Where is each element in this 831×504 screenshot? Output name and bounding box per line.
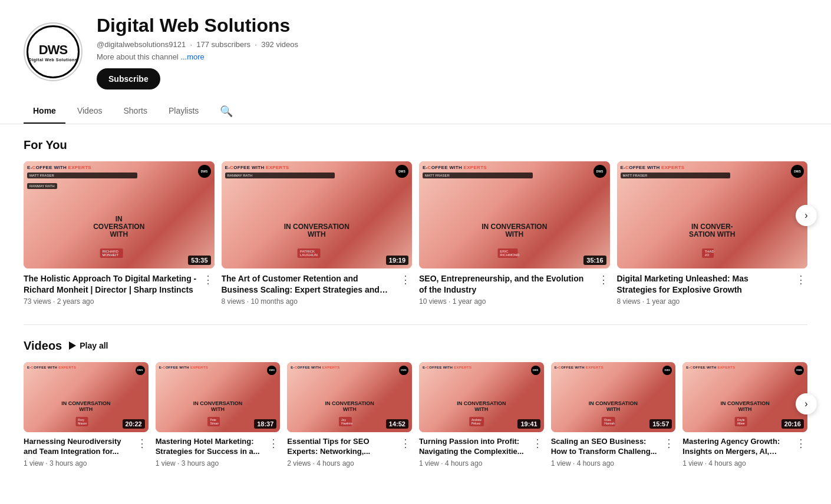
- thumbnail-2[interactable]: E-COFFEE WITH EXPERTS DWS RANMAY RATH IN…: [222, 161, 413, 268]
- list-item: E-COFFEE WITH EXPERTS DWS IN CONVERSATIO…: [24, 362, 149, 467]
- videos-row: E-COFFEE WITH EXPERTS DWS IN CONVERSATIO…: [24, 362, 807, 467]
- video-meta: 1 view · 4 hours ago: [551, 459, 658, 467]
- video-title[interactable]: Turning Passion into Profit: Navigating …: [419, 437, 526, 457]
- video-info: Digital Marketing Unleashed: Mas Strateg…: [617, 273, 808, 305]
- video-menu-button[interactable]: ⋮: [399, 273, 412, 305]
- video-meta: 1 view · 3 hours ago: [156, 459, 263, 467]
- thumbnail-4[interactable]: E-COFFEE WITH EXPERTS DWS MATT FRASER IN…: [617, 161, 808, 268]
- list-item: E-COFFEE WITH EXPERTS DWS IN CONVERSATIO…: [551, 362, 676, 467]
- duration-badge: 53:35: [188, 256, 210, 265]
- channel-logo: DWS Digital Web Solutions: [24, 22, 83, 81]
- video-menu-button[interactable]: ⋮: [794, 273, 807, 305]
- logo-text: DWS: [39, 42, 67, 58]
- video-menu-button[interactable]: ⋮: [662, 437, 675, 467]
- videos-section: E-COFFEE WITH EXPERTS DWS IN CONVERSATIO…: [24, 362, 807, 467]
- duration-badge: 19:41: [517, 419, 540, 429]
- video-menu-button[interactable]: ⋮: [794, 437, 807, 467]
- more-link[interactable]: ...more: [180, 52, 204, 61]
- channel-videos: 392 videos: [261, 40, 298, 49]
- channel-subscribers: 177 subscribers: [196, 40, 250, 49]
- channel-about: More about this channel ...more: [97, 52, 807, 61]
- tab-home[interactable]: Home: [24, 99, 65, 124]
- play-all-button[interactable]: Play all: [69, 341, 108, 350]
- list-item: E-COFFEE WITH EXPERTS DWS IN CONVERSATIO…: [682, 362, 807, 467]
- video-title[interactable]: Digital Marketing Unleashed: Mas Strateg…: [617, 273, 790, 294]
- thumbnail-v2[interactable]: E-COFFEE WITH EXPERTS DWS IN CONVERSATIO…: [156, 362, 281, 432]
- video-meta: 1 view · 4 hours ago: [419, 459, 526, 467]
- duration-badge: 20:22: [123, 419, 145, 429]
- video-title[interactable]: Scaling an SEO Business: How to Transfor…: [551, 437, 658, 457]
- video-info: Scaling an SEO Business: How to Transfor…: [551, 437, 676, 467]
- for-you-title: For You: [24, 138, 807, 152]
- video-menu-button[interactable]: ⋮: [597, 273, 610, 305]
- thumbnail-v1[interactable]: E-COFFEE WITH EXPERTS DWS IN CONVERSATIO…: [24, 362, 149, 432]
- video-info: Turning Passion into Profit: Navigating …: [419, 437, 544, 467]
- thumbnail-v3[interactable]: E-COFFEE WITH EXPERTS DWS IN CONVERSATIO…: [287, 362, 412, 432]
- video-info: Essential Tips for SEO Experts: Networki…: [287, 437, 412, 467]
- video-meta: 1 view · 3 hours ago: [24, 459, 131, 467]
- for-you-row: E-COFFEE WITH EXPERTS DWS MATT FRASER RA…: [24, 161, 807, 305]
- tab-shorts[interactable]: Shorts: [114, 99, 156, 124]
- video-title[interactable]: Mastering Hotel Marketing: Strategies fo…: [156, 437, 263, 457]
- list-item: E-COFFEE WITH EXPERTS DWS MATT FRASER IN…: [617, 161, 808, 305]
- duration-badge: 14:52: [386, 419, 408, 429]
- video-title[interactable]: SEO, Entrepreneurship, and the Evolution…: [419, 273, 592, 294]
- list-item: E-COFFEE WITH EXPERTS DWS IN CONVERSATIO…: [287, 362, 412, 467]
- list-item: E-COFFEE WITH EXPERTS DWS MATT FRASER IN…: [419, 161, 610, 305]
- video-info: Mastering Hotel Marketing: Strategies fo…: [156, 437, 281, 467]
- carousel-next-button[interactable]: ›: [796, 205, 817, 226]
- channel-handle: @digitalwebsolutions9121: [97, 40, 186, 49]
- video-info: Harnessing Neurodiversity and Team Integ…: [24, 437, 149, 467]
- section-divider: [24, 324, 807, 325]
- video-info: The Art of Customer Retention and Busine…: [222, 273, 413, 305]
- video-title[interactable]: The Holistic Approach To Digital Marketi…: [24, 273, 197, 294]
- thumbnail-1[interactable]: E-COFFEE WITH EXPERTS DWS MATT FRASER RA…: [24, 161, 215, 268]
- thumbnail-v4[interactable]: E-COFFEE WITH EXPERTS DWS IN CONVERSATIO…: [419, 362, 544, 432]
- video-title[interactable]: Essential Tips for SEO Experts: Networki…: [287, 437, 394, 457]
- video-info: The Holistic Approach To Digital Marketi…: [24, 273, 215, 305]
- video-meta: 2 views · 4 hours ago: [287, 459, 394, 467]
- videos-carousel-next-button[interactable]: ›: [796, 393, 817, 415]
- video-menu-button[interactable]: ⋮: [202, 273, 215, 305]
- tab-playlists[interactable]: Playlists: [159, 99, 208, 124]
- channel-name: Digital Web Solutions: [97, 14, 807, 37]
- nav-tabs: Home Videos Shorts Playlists 🔍: [0, 99, 831, 124]
- list-item: E-COFFEE WITH EXPERTS DWS IN CONVERSATIO…: [156, 362, 281, 467]
- search-icon[interactable]: 🔍: [215, 100, 238, 122]
- duration-badge: 19:19: [386, 256, 408, 265]
- for-you-section: E-COFFEE WITH EXPERTS DWS MATT FRASER RA…: [24, 161, 807, 305]
- video-menu-button[interactable]: ⋮: [267, 437, 280, 467]
- duration-badge: 20:16: [781, 419, 804, 429]
- main-content: For You E-COFFEE WITH EXPERTS DWS MATT F…: [0, 124, 831, 500]
- channel-meta: @digitalwebsolutions9121 · 177 subscribe…: [97, 40, 807, 49]
- video-title[interactable]: The Art of Customer Retention and Busine…: [222, 273, 395, 294]
- list-item: E-COFFEE WITH EXPERTS DWS RANMAY RATH IN…: [222, 161, 413, 305]
- thumbnail-v5[interactable]: E-COFFEE WITH EXPERTS DWS IN CONVERSATIO…: [551, 362, 676, 432]
- thumbnail-3[interactable]: E-COFFEE WITH EXPERTS DWS MATT FRASER IN…: [419, 161, 610, 268]
- thumbnail-v6[interactable]: E-COFFEE WITH EXPERTS DWS IN CONVERSATIO…: [682, 362, 807, 432]
- logo-sub: Digital Web Solutions: [29, 58, 77, 62]
- video-menu-button[interactable]: ⋮: [136, 437, 149, 467]
- video-info: Mastering Agency Growth: Insights on Mer…: [682, 437, 807, 467]
- video-meta: 1 view · 4 hours ago: [682, 459, 790, 467]
- list-item: E-COFFEE WITH EXPERTS DWS IN CONVERSATIO…: [419, 362, 544, 467]
- video-meta: 8 views · 10 months ago: [222, 297, 395, 306]
- video-info: SEO, Entrepreneurship, and the Evolution…: [419, 273, 610, 305]
- duration-badge: 15:57: [649, 419, 672, 429]
- channel-info: Digital Web Solutions @digitalwebsolutio…: [97, 14, 807, 89]
- video-menu-button[interactable]: ⋮: [399, 437, 412, 467]
- video-title[interactable]: Harnessing Neurodiversity and Team Integ…: [24, 437, 131, 457]
- video-meta: 10 views · 1 year ago: [419, 297, 592, 306]
- list-item: E-COFFEE WITH EXPERTS DWS MATT FRASER RA…: [24, 161, 215, 305]
- videos-section-header: Videos Play all: [24, 339, 807, 353]
- video-menu-button[interactable]: ⋮: [531, 437, 544, 467]
- video-meta: 8 views · 1 year ago: [617, 297, 790, 306]
- play-icon: [69, 341, 76, 350]
- duration-badge: 35:16: [583, 256, 606, 265]
- tab-videos[interactable]: Videos: [68, 99, 112, 124]
- videos-title: Videos: [24, 339, 62, 353]
- play-all-label: Play all: [80, 341, 108, 350]
- subscribe-button[interactable]: Subscribe: [97, 68, 160, 89]
- video-title[interactable]: Mastering Agency Growth: Insights on Mer…: [682, 437, 790, 457]
- channel-header: DWS Digital Web Solutions Digital Web So…: [0, 0, 831, 99]
